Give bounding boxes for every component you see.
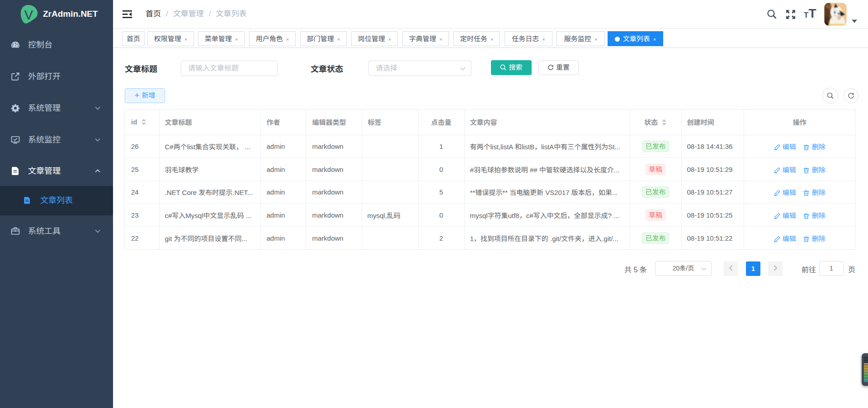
svg-text:V: V	[24, 8, 33, 22]
